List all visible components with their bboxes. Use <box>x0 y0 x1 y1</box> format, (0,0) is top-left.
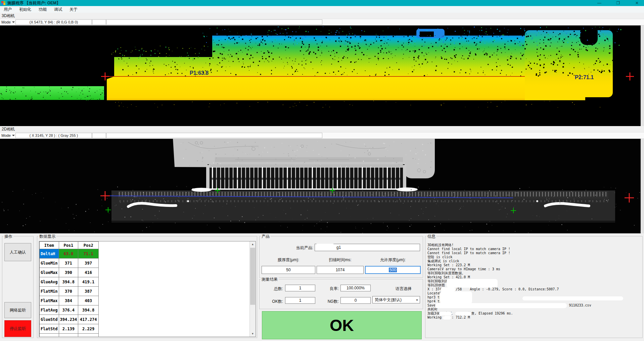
camera3d-pixel-status: (X 5473, Y 84) : (R 0,G 0,B 0) <box>15 19 92 25</box>
film-thickness-label: 膜厚度(μm): <box>262 257 315 263</box>
log-line: Working Set : 223.2 M <box>427 263 641 267</box>
yield-field[interactable]: 100.000% <box>340 285 371 291</box>
menu-debug[interactable]: 调试 <box>50 6 66 13</box>
camera2d-view[interactable] <box>0 139 644 233</box>
table-row[interactable]: FlatStd 2.1392.229 <box>40 324 99 334</box>
scroll-down-icon[interactable]: ▼ <box>250 331 256 337</box>
window-title: 测膜程序 【当前用户: OEM】 <box>7 0 60 6</box>
operation-group-title: 操作 <box>3 234 13 239</box>
redaction-blob <box>455 312 471 316</box>
camera3d-modebar: Mode (X 5473, Y 84) : (R 0,G 0,B 0) <box>0 19 644 25</box>
result-status-panel: OK <box>262 311 422 339</box>
scan-time-field[interactable]: 1074 <box>317 266 364 274</box>
table-row[interactable]: GlueAvg 394.8419.1 <box>40 277 99 287</box>
film-thickness-field[interactable]: 50 <box>262 266 315 274</box>
ok-count-field[interactable]: 1 <box>285 297 315 304</box>
close-icon[interactable]: ✕ <box>633 0 641 6</box>
table-scrollbar[interactable]: ▲ ▼ <box>249 241 256 337</box>
ng-count-field[interactable]: 0 <box>340 297 371 304</box>
allowed-thickness-field[interactable]: 500 <box>365 266 421 274</box>
log-line: 集成调试 is click <box>427 259 641 263</box>
camera3d-statusbox-3 <box>106 19 322 25</box>
measurement-table: Item Pos1 Pos2 DeltaH 63.8 71.1 GlueMin … <box>39 241 99 337</box>
language-label: 语言选择 <box>385 286 422 292</box>
redaction-blob <box>439 312 452 316</box>
table-row[interactable]: GlueMin 371397 <box>40 259 99 268</box>
minimize-icon[interactable]: — <box>596 0 603 6</box>
scrollbar-thumb[interactable] <box>250 248 255 305</box>
table-row[interactable]: FlatMax 384403 <box>40 296 99 305</box>
menu-function[interactable]: 功能 <box>35 6 50 13</box>
log-line: CameralV array to HImage time : 3 ms <box>427 267 641 271</box>
camera2d-image[interactable] <box>0 139 644 233</box>
log-line: Working Set : 712.2 M <box>427 316 641 320</box>
selected-text: 500 <box>389 268 397 272</box>
table-row[interactable]: FlatMin 370387 <box>40 287 99 296</box>
log-output[interactable]: 3D相机没有网络! Cannot find local IP to match … <box>427 243 641 336</box>
table-row[interactable]: DeltaH 63.8 71.1 <box>40 249 99 259</box>
stop-listen-button[interactable]: 停止监听 <box>4 320 31 337</box>
upper-blob <box>212 36 525 59</box>
redaction-blob <box>440 291 472 304</box>
data-display-group-title: 数据显示 <box>38 234 56 239</box>
p2-annotation: P2:71.1 <box>575 74 594 80</box>
camera3d-view[interactable]: P1:63.8 P2:71.1 <box>0 25 644 126</box>
manual-confirm-button[interactable]: 人工确认 <box>4 243 31 261</box>
network-listen-button[interactable]: 网络监听 <box>4 302 31 318</box>
redaction-blob <box>435 303 567 308</box>
log-line: 等到3D取到灰度图数据。 <box>427 271 641 275</box>
app-window: 测膜程序 【当前用户: OEM】 — ❐ ✕ 用户 初始化 功能 调试 关于 3… <box>0 0 644 341</box>
camera3d-label: 3D相机 <box>0 13 644 19</box>
ok-count-label: OK数: <box>262 299 283 304</box>
log-line: 3D相机没有网络! <box>427 243 641 247</box>
camera3d-statusbox-2 <box>92 19 106 25</box>
camera3d-mode-button[interactable]: Mode <box>1 19 15 25</box>
product-group: 产品 当前产品: g1 膜厚度(μm): 扫描时间ms: 允许厚度(μm): 5… <box>259 236 423 278</box>
p1-annotation: P1:63.8 <box>190 70 209 76</box>
table-row[interactable]: GlueStd 394.234417.274 <box>40 315 99 324</box>
allowed-thickness-label: 允许厚度(μm): <box>365 257 421 263</box>
results-group-title: 测量结果 <box>261 277 279 282</box>
menu-init[interactable]: 初始化 <box>15 6 35 13</box>
menu-about[interactable]: 关于 <box>66 6 81 13</box>
chevron-down-icon: ▾ <box>414 298 420 302</box>
mid-band <box>114 57 525 76</box>
log-line: Cannot find local IP to match camera IP … <box>427 251 641 255</box>
data-table-view[interactable]: Item Pos1 Pos2 DeltaH 63.8 71.1 GlueMin … <box>39 241 256 337</box>
product-group-title: 产品 <box>261 234 271 239</box>
titlebar: 测膜程序 【当前用户: OEM】 — ❐ ✕ <box>0 0 644 6</box>
camera2d-mode-button[interactable]: Mode <box>1 133 15 138</box>
log-line: Cannot find local IP to match camera IP … <box>427 247 641 251</box>
yellow-slab <box>107 76 525 100</box>
redaction-blob <box>447 279 498 288</box>
results-group: 测量结果 总数: 1 良率: 100.000% 语言选择 OK数: 1 NG数:… <box>259 279 423 309</box>
info-group-title: 信息 <box>426 234 436 239</box>
maximize-icon[interactable]: ❐ <box>614 0 622 6</box>
language-select-value: 简体中文(默认) <box>373 297 414 303</box>
log-line: X : 3744 /58 Angle : -0.279, Score : 0.0… <box>427 287 641 291</box>
log-line: 登陆 is click <box>427 255 641 259</box>
table-row[interactable]: X 2583.57966.7 <box>40 334 99 337</box>
table-row[interactable]: GlueMax 390416 <box>40 268 99 277</box>
chevron-down-icon <box>12 135 15 136</box>
scan-time-label: 扫描时间ms: <box>317 257 364 263</box>
language-select[interactable]: 简体中文(默认) ▾ <box>372 296 420 303</box>
camera2d-statusbox-3 <box>106 133 322 138</box>
redaction-blob <box>522 296 623 300</box>
camera2d-statusbox-2 <box>92 133 106 138</box>
right-block <box>525 30 613 97</box>
yield-label: 良率: <box>317 286 339 292</box>
camera3d-image[interactable]: P1:63.8 P2:71.1 <box>0 25 644 126</box>
chevron-down-icon <box>12 21 15 23</box>
total-field[interactable]: 1 <box>285 285 315 291</box>
table-row[interactable]: FlatAvg 376.4394.8 <box>40 305 99 315</box>
table-header-row: Item Pos1 Pos2 <box>40 242 99 249</box>
current-product-label: 当前产品: <box>273 245 313 251</box>
camera2d-label: 2D相机 <box>0 126 644 132</box>
green-strip <box>0 86 104 100</box>
menubar: 用户 初始化 功能 调试 关于 <box>0 6 644 13</box>
scroll-up-icon[interactable]: ▲ <box>250 241 256 247</box>
camera2d-pixel-status: ( X 3145, Y 28 ) : ( Gray 255 ) <box>15 133 92 138</box>
operation-group: 操作 人工确认 网络监听 停止监听 <box>2 236 34 338</box>
menu-user[interactable]: 用户 <box>0 6 15 13</box>
